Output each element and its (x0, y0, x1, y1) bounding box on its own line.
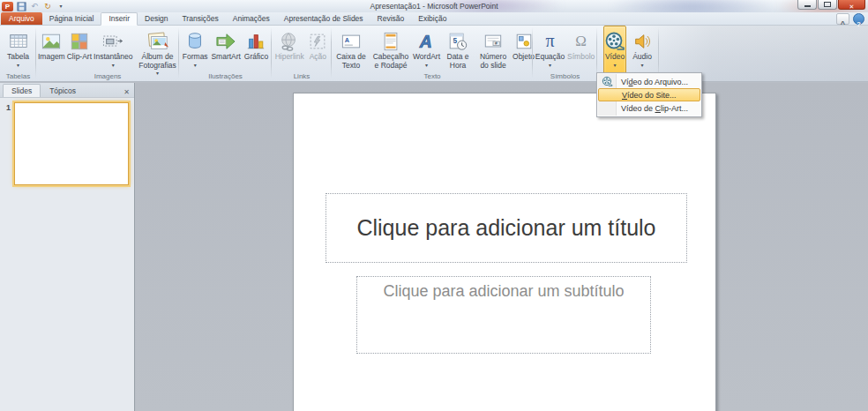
minimize-button[interactable] (797, 0, 817, 10)
hyperlink-globe-icon (279, 29, 300, 53)
ribbon-button-caixa-de-texto[interactable]: A Caixa de Texto (333, 26, 370, 77)
quick-access-toolbar (2, 1, 66, 11)
menu-item-label: Vídeo do Site... (622, 91, 677, 100)
ribbon-button-smartart[interactable]: SmartArt (210, 26, 242, 77)
button-label: Imagem (38, 53, 65, 62)
group-label: Símbolos (533, 72, 597, 80)
dropdown-arrow-icon (640, 62, 643, 68)
ribbon-groups: Tabela Tabelas Imagem (0, 25, 868, 81)
pi-equation-icon (545, 29, 554, 53)
close-button[interactable] (838, 0, 865, 10)
button-label: Hiperlink (275, 53, 304, 62)
powerpoint-logo-icon[interactable] (2, 2, 13, 11)
qat-dropdown-button[interactable] (56, 1, 66, 11)
panel-close-icon[interactable] (123, 82, 130, 98)
ribbon-button-data-e-hora[interactable]: 5 Data e Hora (441, 26, 475, 77)
ribbon-tabs: Arquivo Página Inicial Inserir Design Tr… (0, 12, 868, 25)
button-label: Ação (310, 53, 326, 62)
save-button[interactable] (16, 1, 26, 11)
chart-icon (245, 29, 266, 53)
ribbon-button-cabecalho-e-rodape[interactable]: Cabeçalho e Rodapé (370, 26, 412, 77)
menu-item-video-do-site[interactable]: Vídeo do Site... (598, 88, 700, 101)
object-icon (514, 29, 534, 53)
ribbon-button-grafico[interactable]: Gráfico (243, 26, 269, 77)
text-box-icon: A (340, 29, 362, 53)
dropdown-arrow-icon (17, 62, 19, 68)
svg-text:5: 5 (453, 35, 457, 44)
screenshot-icon (101, 29, 124, 53)
undo-button[interactable] (29, 1, 40, 11)
group-label: Links (272, 72, 332, 80)
menu-item-video-de-clip-art[interactable]: Vídeo de Clip-Art... (598, 101, 700, 115)
help-button[interactable] (853, 13, 864, 25)
svg-text:A: A (345, 36, 350, 44)
slides-panel: Slides Tópicos 1 (0, 83, 135, 411)
content-area: Slides Tópicos 1 Clique para adicionar u… (0, 83, 868, 411)
ribbon-button-simbolo[interactable]: Símbolo (566, 26, 595, 77)
slide-thumbnail[interactable] (14, 102, 129, 185)
button-label: Álbum de Fotografias (135, 53, 181, 70)
video-dropdown-menu: Vídeo do Arquivo... Vídeo do Site... Víd… (596, 72, 702, 117)
minimize-ribbon-button[interactable] (836, 13, 849, 25)
ribbon-button-numero-do-slide[interactable]: # Número do slide (475, 26, 512, 77)
tab-slides[interactable]: Slides (3, 84, 41, 97)
svg-text:A: A (418, 32, 431, 51)
menu-item-video-do-arquivo[interactable]: Vídeo do Arquivo... (598, 75, 700, 88)
film-reel-icon (604, 29, 625, 53)
svg-text:#: # (495, 40, 498, 45)
ribbon-button-acao[interactable]: Ação (306, 26, 329, 77)
redo-button[interactable] (42, 1, 53, 11)
dropdown-arrow-icon (112, 62, 115, 68)
dropdown-arrow-icon (549, 62, 551, 68)
label-part: Ví (621, 78, 629, 86)
speaker-icon (632, 29, 652, 53)
date-time-icon: 5 (447, 29, 468, 53)
group-label: Imagens (36, 72, 179, 80)
tab-apresentacao-de-slides[interactable]: Apresentação de Slides (277, 12, 370, 25)
tab-arquivo[interactable]: Arquivo (1, 12, 42, 25)
tab-animacoes[interactable]: Animações (226, 12, 277, 25)
dropdown-arrow-icon (425, 62, 428, 68)
dropdown-arrow-icon (613, 62, 616, 68)
picture-icon (41, 29, 62, 53)
button-label: WordArt (413, 53, 440, 62)
ribbon-button-audio[interactable]: Áudio (632, 26, 653, 77)
ribbon-button-wordart[interactable]: A WordArt (412, 26, 441, 77)
tab-design[interactable]: Design (138, 12, 175, 25)
label-part: eo do Arquivo... (633, 78, 689, 86)
tab-inserir[interactable]: Inserir (101, 12, 138, 26)
group-links: Hiperlink Ação Links (272, 25, 332, 81)
ribbon-button-instantaneo[interactable]: Instantâneo (93, 26, 133, 77)
title-placeholder[interactable]: Clique para adicionar um título (326, 193, 687, 263)
title-bar: Apresentação1 - Microsoft PowerPoint (0, 0, 868, 12)
button-label: Tabela (7, 53, 29, 62)
maximize-button[interactable] (818, 0, 837, 10)
slides-panel-tabs: Slides Tópicos (0, 83, 134, 98)
ribbon-button-imagem[interactable]: Imagem (37, 26, 66, 77)
subtitle-placeholder[interactable]: Clique para adicionar um subtítulo (356, 276, 651, 354)
save-icon (17, 2, 26, 11)
ribbon-button-formas[interactable]: Formas (182, 26, 209, 77)
group-tabelas: Tabela Tabelas (0, 25, 36, 81)
ribbon-button-hiperlink[interactable]: Hiperlink (274, 26, 305, 77)
slide-number: 1 (0, 102, 11, 185)
tab-revisao[interactable]: Revisão (370, 12, 412, 25)
ribbon-button-clip-art[interactable]: Clip-Art (66, 26, 93, 77)
button-label: Número do slide (475, 53, 511, 70)
slide-editing-area[interactable]: Clique para adicionar um título Clique p… (293, 93, 716, 411)
tab-exibicao[interactable]: Exibição (411, 12, 453, 25)
ribbon-button-tabela[interactable]: Tabela (6, 26, 30, 77)
ribbon-tab-row: Arquivo Página Inicial Inserir Design Tr… (0, 12, 868, 26)
ribbon-button-video[interactable]: Vídeo (603, 26, 626, 77)
group-imagens: Imagem Clip-Art (36, 25, 179, 81)
group-label: Texto (332, 72, 533, 80)
button-label: SmartArt (211, 53, 241, 62)
button-label: Instantâneo (94, 53, 132, 62)
wordart-icon: A (415, 29, 438, 53)
ribbon-button-equacao[interactable]: Equação (535, 26, 566, 77)
ribbon-button-album-de-fotografias[interactable]: Álbum de Fotografias (134, 26, 182, 77)
group-texto: A Caixa de Texto (332, 25, 533, 81)
tab-pagina-inicial[interactable]: Página Inicial (42, 12, 101, 25)
tab-topicos[interactable]: Tópicos (41, 84, 85, 97)
tab-transicoes[interactable]: Transições (175, 12, 225, 25)
